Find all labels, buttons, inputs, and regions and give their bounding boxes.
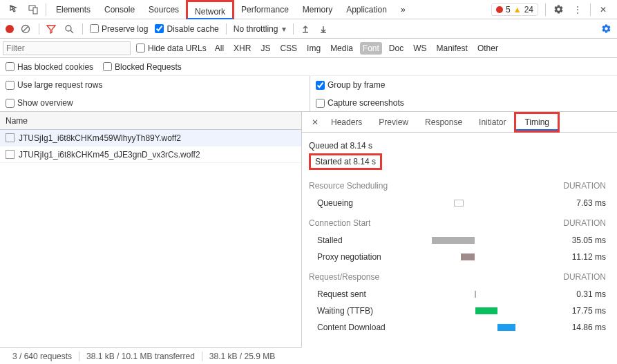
- timing-row: Queueing7.63 ms: [309, 195, 606, 211]
- detail-tab-response[interactable]: Response: [417, 112, 471, 133]
- disable-cache-checkbox[interactable]: Disable cache: [155, 24, 218, 34]
- group-by-frame-label: Group by frame: [328, 80, 385, 90]
- tab-memory[interactable]: Memory: [296, 0, 339, 19]
- close-devtools-icon[interactable]: ✕: [594, 0, 613, 19]
- timing-label: Proxy negotiation: [309, 252, 426, 262]
- status-requests: 3 / 640 requests: [6, 352, 79, 361]
- type-pill-manifest[interactable]: Manifest: [434, 42, 471, 55]
- close-detail-icon[interactable]: ✕: [307, 117, 323, 127]
- blocked-requests-label: Blocked Requests: [115, 62, 182, 72]
- svg-line-3: [23, 26, 28, 32]
- timing-label: Waiting (TTFB): [309, 306, 426, 316]
- warning-count: 24: [524, 5, 533, 15]
- timing-label: Request sent: [309, 289, 426, 299]
- device-toggle-icon[interactable]: [23, 0, 43, 19]
- timing-value: 35.05 ms: [556, 236, 606, 245]
- type-pill-font[interactable]: Font: [360, 42, 382, 55]
- timing-label: Queueing: [309, 198, 426, 208]
- blocked-requests-checkbox[interactable]: Blocked Requests: [103, 62, 182, 72]
- timing-row: Content Download14.86 ms: [309, 319, 606, 336]
- timing-row: Request sent0.31 ms: [309, 286, 606, 303]
- type-pill-js[interactable]: JS: [258, 42, 273, 55]
- settings-gear-icon[interactable]: [549, 0, 568, 19]
- type-pill-doc[interactable]: Doc: [386, 42, 406, 55]
- timing-bar: [475, 307, 497, 314]
- queued-at-label: Queued at 8.14 s: [309, 138, 606, 153]
- timing-row: Stalled35.05 ms: [309, 232, 606, 249]
- type-pill-other[interactable]: Other: [475, 42, 501, 55]
- timing-section-title: Connection Start: [309, 218, 563, 228]
- svg-point-4: [66, 26, 71, 31]
- timing-bar: [432, 237, 475, 244]
- capture-screenshots-checkbox[interactable]: Capture screenshots: [316, 98, 404, 108]
- tab-elements[interactable]: Elements: [49, 0, 97, 19]
- request-name: JTUSjIg1_i6t8kCHKm459WlhyyTh89Y.woff2: [19, 133, 181, 143]
- request-row[interactable]: JTUSjIg1_i6t8kCHKm459WlhyyTh89Y.woff2: [0, 130, 301, 146]
- upload-har-icon[interactable]: [301, 24, 312, 34]
- kebab-menu-icon[interactable]: ⋮: [568, 0, 587, 19]
- preserve-log-checkbox[interactable]: Preserve log: [90, 24, 148, 34]
- type-pill-css[interactable]: CSS: [277, 42, 300, 55]
- hide-data-urls-checkbox[interactable]: Hide data URLs: [136, 44, 207, 53]
- throttling-select[interactable]: No throttling ▾: [234, 24, 287, 34]
- timing-bar: [475, 291, 476, 298]
- name-column-header[interactable]: Name: [0, 112, 301, 130]
- search-icon[interactable]: [64, 24, 75, 34]
- detail-tab-initiator[interactable]: Initiator: [471, 112, 514, 133]
- timing-value: 0.31 ms: [556, 289, 606, 299]
- has-blocked-cookies-checkbox[interactable]: Has blocked cookies: [6, 62, 93, 72]
- timing-bar: [454, 200, 464, 207]
- type-pill-xhr[interactable]: XHR: [231, 42, 254, 55]
- timing-bar: [497, 324, 515, 331]
- timing-value: 11.12 ms: [556, 252, 606, 262]
- type-pill-img[interactable]: Img: [304, 42, 323, 55]
- started-at-label: Started at 8.14 s: [315, 157, 376, 166]
- capture-screenshots-label: Capture screenshots: [328, 98, 404, 108]
- timing-value: 17.75 ms: [556, 306, 606, 316]
- type-pill-ws[interactable]: WS: [410, 42, 429, 55]
- timing-value: 7.63 ms: [556, 198, 606, 208]
- show-overview-checkbox[interactable]: Show overview: [6, 98, 73, 108]
- timing-label: Stalled: [309, 236, 426, 245]
- preserve-log-label: Preserve log: [102, 24, 148, 34]
- duration-header: DURATION: [563, 181, 606, 191]
- svg-rect-1: [33, 8, 37, 14]
- inspect-icon[interactable]: [4, 0, 23, 19]
- file-icon: [6, 150, 15, 159]
- file-icon: [6, 133, 15, 142]
- throttling-value: No throttling: [234, 24, 278, 34]
- use-large-rows-label: Use large request rows: [17, 80, 102, 90]
- request-row[interactable]: JTURjIg1_i6t8kCHKm45_dJE3gnD_vx3rCs.woff…: [0, 146, 301, 163]
- filter-input[interactable]: [3, 41, 131, 55]
- tab-performance[interactable]: Performance: [234, 0, 296, 19]
- filter-funnel-icon[interactable]: [46, 24, 57, 34]
- show-overview-label: Show overview: [17, 98, 73, 108]
- detail-tab-preview[interactable]: Preview: [370, 112, 417, 133]
- group-by-frame-checkbox[interactable]: Group by frame: [316, 80, 385, 90]
- network-settings-gear-icon[interactable]: [601, 23, 611, 34]
- duration-header: DURATION: [563, 272, 606, 282]
- use-large-rows-checkbox[interactable]: Use large request rows: [6, 80, 102, 90]
- type-pill-all[interactable]: All: [212, 42, 227, 55]
- detail-tab-timing[interactable]: Timing: [516, 114, 558, 131]
- detail-tab-headers[interactable]: Headers: [323, 112, 370, 133]
- tab-application[interactable]: Application: [339, 0, 394, 19]
- record-button[interactable]: [6, 25, 14, 33]
- clear-icon[interactable]: [21, 24, 32, 34]
- timing-row: Waiting (TTFB)17.75 ms: [309, 303, 606, 319]
- tab-network[interactable]: Network: [186, 0, 234, 19]
- has-blocked-cookies-label: Has blocked cookies: [17, 62, 93, 72]
- type-pill-media[interactable]: Media: [328, 42, 356, 55]
- error-warning-badge[interactable]: 5 ▲ 24: [491, 3, 538, 16]
- timing-section-title: Resource Scheduling: [309, 181, 563, 191]
- duration-header: DURATION: [563, 218, 606, 228]
- svg-line-5: [70, 30, 73, 33]
- warning-triangle-icon: ▲: [513, 5, 522, 15]
- timing-section-title: Request/Response: [309, 272, 563, 282]
- timing-bar: [461, 253, 475, 260]
- tab-sources[interactable]: Sources: [142, 0, 186, 19]
- tab-console[interactable]: Console: [97, 0, 142, 19]
- more-tabs-icon[interactable]: »: [394, 0, 412, 19]
- download-har-icon[interactable]: [319, 24, 330, 34]
- hide-data-urls-label: Hide data URLs: [148, 44, 207, 53]
